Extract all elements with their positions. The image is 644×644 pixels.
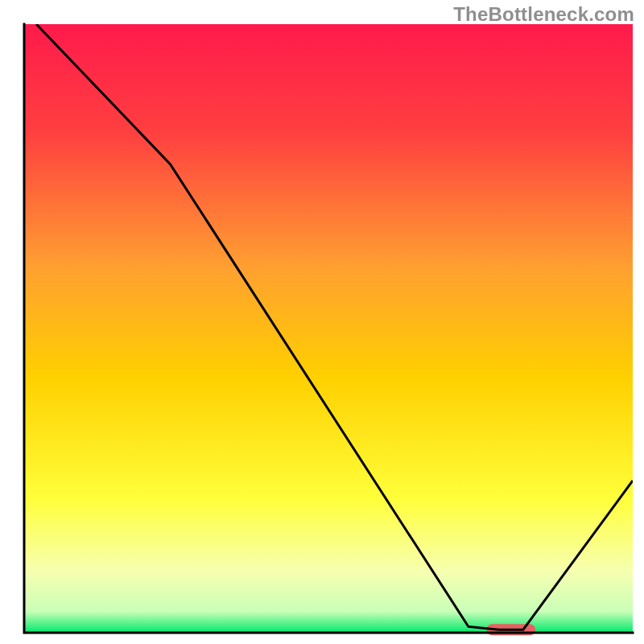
watermark-text: TheBottleneck.com [453, 3, 634, 26]
bottleneck-chart [0, 0, 644, 644]
chart-container: TheBottleneck.com [0, 0, 644, 644]
gradient-background [24, 24, 633, 633]
plot-area [24, 24, 633, 635]
